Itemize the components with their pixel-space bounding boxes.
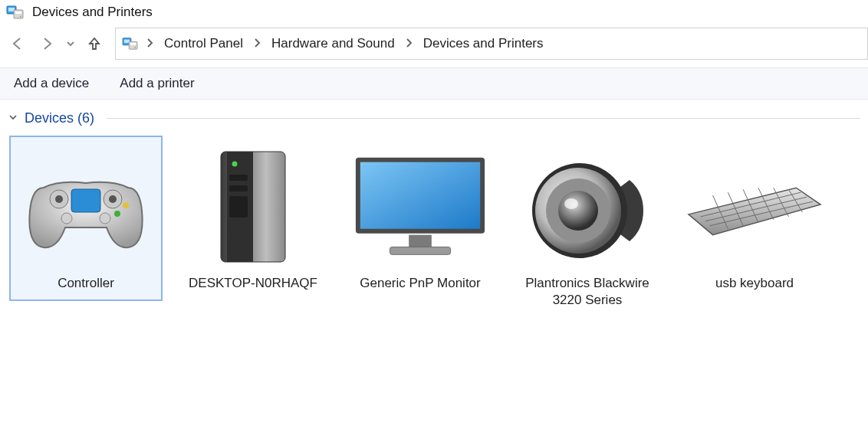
svg-rect-7 — [129, 41, 137, 49]
section-count: (6) — [77, 110, 94, 126]
section-label-text: Devices — [25, 110, 74, 126]
svg-rect-24 — [229, 196, 248, 218]
speaker-icon — [515, 142, 659, 272]
device-tile-monitor[interactable]: Generic PnP Monitor — [344, 136, 497, 301]
svg-point-16 — [100, 213, 110, 224]
divider — [107, 118, 860, 119]
device-grid: Controller DESKTOP-N0RHAQF — [0, 131, 868, 322]
monitor-icon — [348, 142, 492, 272]
navigation-row: Control Panel Hardware and Sound Devices… — [0, 28, 868, 60]
device-tile-headset[interactable]: Plantronics Blackwire 3220 Series — [511, 136, 664, 318]
add-printer-button[interactable]: Add a printer — [120, 76, 194, 91]
device-label: Plantronics Blackwire 3220 Series — [515, 272, 659, 309]
svg-marker-34 — [689, 188, 820, 234]
svg-point-4 — [20, 16, 21, 18]
svg-rect-2 — [14, 10, 23, 18]
svg-point-18 — [123, 202, 129, 208]
svg-rect-8 — [130, 43, 136, 45]
svg-rect-22 — [229, 175, 248, 181]
svg-rect-27 — [409, 235, 432, 247]
forward-button[interactable] — [34, 31, 60, 57]
device-tile-controller[interactable]: Controller — [9, 136, 163, 301]
keyboard-icon — [682, 142, 827, 272]
svg-point-33 — [564, 198, 578, 209]
svg-rect-3 — [15, 11, 21, 14]
recent-locations-button[interactable] — [63, 31, 78, 57]
device-tile-desktop[interactable]: DESKTOP-N0RHAQF — [176, 136, 330, 301]
breadcrumb-control-panel[interactable]: Control Panel — [161, 34, 246, 53]
title-bar: Devices and Printers — [0, 0, 868, 28]
svg-point-9 — [134, 47, 136, 48]
breadcrumb-devices-printers[interactable]: Devices and Printers — [420, 34, 547, 53]
device-label: usb keyboard — [682, 272, 827, 292]
chevron-right-icon[interactable] — [146, 38, 153, 51]
add-device-button[interactable]: Add a device — [14, 76, 89, 91]
command-bar: Add a device Add a printer — [0, 67, 868, 100]
svg-rect-23 — [229, 185, 248, 191]
svg-point-15 — [61, 213, 72, 224]
desktop-tower-icon — [181, 142, 325, 272]
devices-printers-icon — [6, 5, 25, 20]
chevron-down-icon — [8, 112, 18, 125]
device-label: DESKTOP-N0RHAQF — [181, 272, 325, 292]
address-bar[interactable]: Control Panel Hardware and Sound Devices… — [115, 28, 868, 60]
window-title: Devices and Printers — [32, 5, 153, 20]
svg-rect-28 — [390, 247, 450, 254]
gamepad-icon — [14, 142, 158, 272]
section-label: Devices (6) — [25, 110, 94, 126]
svg-point-32 — [558, 191, 598, 231]
devices-printers-icon — [122, 37, 139, 51]
device-tile-keyboard[interactable]: usb keyboard — [678, 136, 831, 301]
svg-point-21 — [232, 162, 238, 167]
svg-rect-26 — [360, 162, 480, 229]
svg-point-17 — [114, 211, 120, 217]
section-header-devices[interactable]: Devices (6) — [0, 100, 868, 131]
device-label: Generic PnP Monitor — [348, 272, 492, 292]
svg-rect-10 — [71, 189, 100, 212]
back-button[interactable] — [5, 31, 31, 57]
breadcrumb-hardware-sound[interactable]: Hardware and Sound — [268, 34, 398, 53]
chevron-right-icon[interactable] — [406, 38, 413, 51]
chevron-right-icon[interactable] — [254, 38, 261, 51]
device-label: Controller — [14, 272, 158, 292]
svg-point-12 — [55, 195, 63, 203]
up-button[interactable] — [81, 31, 107, 57]
svg-point-14 — [109, 195, 117, 203]
